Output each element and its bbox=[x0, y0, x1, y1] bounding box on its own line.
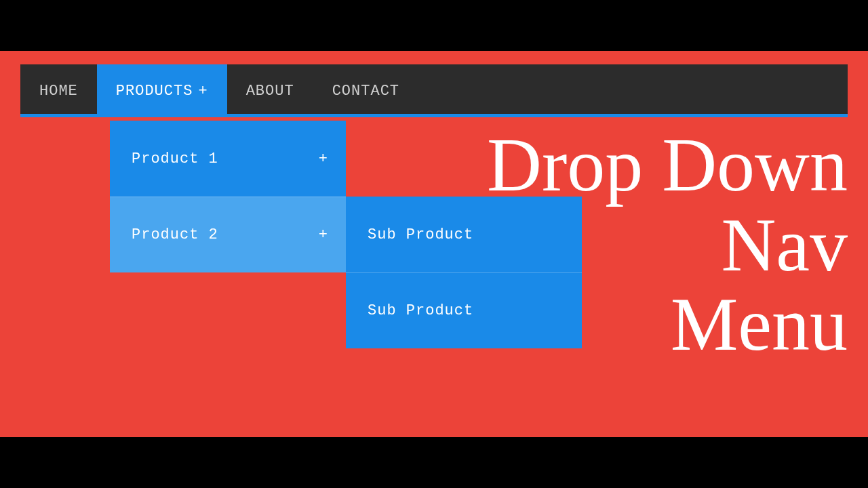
headline-line3: Menu bbox=[487, 285, 848, 365]
headline: Drop Down Nav Menu bbox=[487, 125, 848, 365]
plus-icon: + bbox=[319, 226, 328, 243]
nav-products[interactable]: PRODUCTS + bbox=[97, 64, 227, 117]
dropdown-item-product1[interactable]: Product 1 + bbox=[110, 121, 346, 197]
dropdown-products: Product 1 + Product 2 + bbox=[110, 121, 346, 272]
headline-line1: Drop Down bbox=[487, 125, 848, 205]
dropdown-item-product2[interactable]: Product 2 + bbox=[110, 197, 346, 272]
nav-contact[interactable]: CONTACT bbox=[313, 64, 418, 117]
plus-icon: + bbox=[319, 150, 328, 167]
navbar: HOME PRODUCTS + ABOUT CONTACT bbox=[20, 64, 848, 117]
stage: HOME PRODUCTS + ABOUT CONTACT Product 1 … bbox=[0, 51, 868, 437]
flyout-label: Sub Product bbox=[368, 302, 473, 319]
nav-about[interactable]: ABOUT bbox=[227, 64, 313, 117]
nav-label: PRODUCTS bbox=[116, 83, 193, 100]
flyout-label: Sub Product bbox=[368, 226, 473, 243]
dropdown-label: Product 2 bbox=[132, 226, 218, 243]
nav-label: CONTACT bbox=[332, 83, 399, 100]
nav-home[interactable]: HOME bbox=[20, 64, 97, 117]
headline-line2: Nav bbox=[487, 205, 848, 285]
nav-label: HOME bbox=[39, 83, 78, 100]
nav-label: ABOUT bbox=[246, 83, 294, 100]
plus-icon: + bbox=[198, 83, 208, 100]
dropdown-label: Product 1 bbox=[132, 150, 218, 167]
